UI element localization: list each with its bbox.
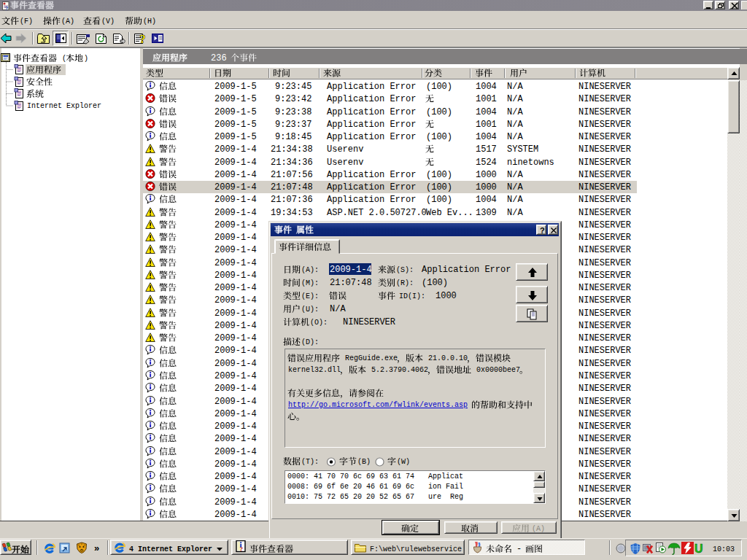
svg-text:?: ? xyxy=(540,226,545,235)
svg-text:?: ? xyxy=(240,545,244,553)
